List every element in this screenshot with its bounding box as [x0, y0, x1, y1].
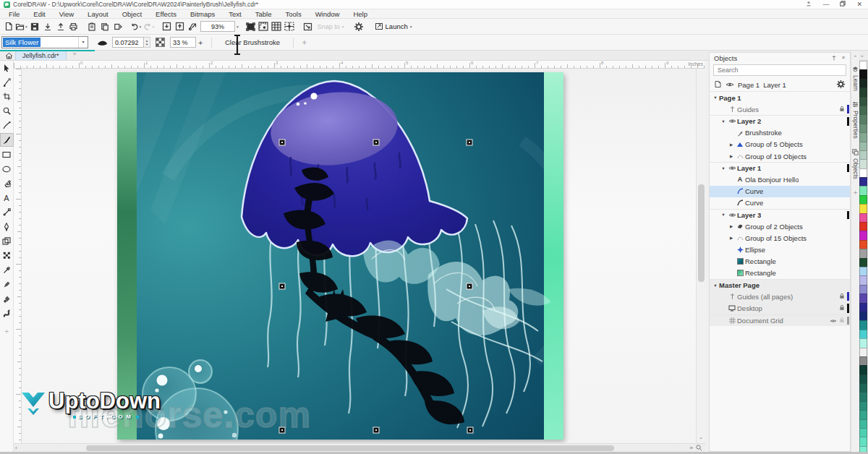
undo-button[interactable]: ▾ — [129, 20, 142, 33]
palette-swatch[interactable] — [859, 240, 867, 249]
palette-swatch[interactable] — [859, 356, 867, 365]
snap-to-dropdown[interactable]: Snap to▾ — [315, 23, 347, 30]
brush-style-caret[interactable]: ▾ — [78, 37, 88, 48]
palette-swatch[interactable] — [859, 114, 867, 123]
palette-swatch[interactable] — [859, 159, 867, 168]
objects-tree-row[interactable]: ▼Layer 1 — [710, 162, 850, 174]
stroke-width-field[interactable]: 0.07292 — [112, 37, 144, 48]
objects-tree-row[interactable]: ▶Group of 15 Objects — [710, 232, 850, 244]
open-button[interactable]: ▾ — [15, 20, 27, 33]
redo-dropdown-caret[interactable]: ▾ — [153, 25, 155, 29]
menu-object[interactable]: Object — [116, 10, 149, 18]
palette-swatch[interactable] — [859, 392, 867, 401]
freehand-tool[interactable] — [1, 119, 13, 132]
docker-pin-icon[interactable] — [831, 55, 837, 61]
objects-tree-row[interactable]: Rectangle — [710, 267, 850, 279]
tree-caret-icon[interactable]: ▼ — [720, 119, 727, 124]
launch-dropdown-caret[interactable]: ▾ — [410, 25, 412, 29]
crop-tool[interactable] — [1, 90, 13, 103]
connector-tool[interactable] — [1, 206, 13, 218]
palette-swatch[interactable] — [859, 124, 867, 132]
palette-swatch[interactable] — [859, 267, 867, 275]
vertical-ruler[interactable] — [14, 69, 22, 443]
zoom-level-combobox[interactable]: 93% — [200, 21, 235, 32]
palette-swatch[interactable] — [859, 79, 867, 87]
tree-caret-icon[interactable]: ▼ — [712, 95, 719, 100]
collapse-dockers-icon[interactable]: » — [854, 53, 856, 58]
palette-swatch[interactable] — [859, 312, 867, 320]
palette-swatch[interactable] — [859, 294, 867, 302]
objects-tree-row[interactable]: ▼Layer 2 — [710, 115, 850, 127]
lock-badge-icon[interactable] — [839, 106, 845, 113]
tab-learn[interactable]: Learn — [852, 61, 859, 96]
palette-swatch[interactable] — [859, 97, 867, 106]
open-dropdown-caret[interactable]: ▾ — [25, 25, 27, 29]
pick-tool[interactable] — [1, 61, 13, 74]
objects-tree-row[interactable]: Curve — [710, 186, 850, 197]
artistic-media-tool[interactable] — [1, 134, 13, 146]
zoom-dropdown-caret[interactable]: ▾ — [237, 25, 239, 29]
polygon-tool[interactable] — [1, 177, 13, 189]
show-rulers-toggle[interactable] — [258, 20, 270, 33]
tree-caret-icon[interactable]: ▼ — [720, 166, 727, 171]
palette-swatch[interactable] — [859, 348, 867, 356]
save-button[interactable] — [28, 20, 41, 33]
palette-swatch[interactable] — [859, 401, 867, 410]
palette-swatch[interactable] — [859, 168, 867, 177]
objects-tree-row[interactable]: ▶Group of 2 Objects — [710, 220, 850, 232]
palette-overflow-icon[interactable]: » — [861, 53, 863, 58]
palette-swatch[interactable] — [859, 69, 867, 78]
search-input[interactable] — [718, 67, 842, 74]
redo-button[interactable]: ▾ — [142, 20, 155, 33]
objects-tree-row[interactable]: ▶Group of 5 Objects — [710, 139, 850, 150]
palette-swatch[interactable] — [859, 195, 867, 204]
transparency-field[interactable]: 33 % — [170, 37, 196, 48]
document-tab[interactable]: Jellyfish.cdr* — [15, 51, 67, 60]
tab-properties[interactable]: Properties — [852, 96, 859, 144]
objects-tree-row[interactable]: Rectangle — [710, 256, 850, 267]
menu-effects[interactable]: Effects — [149, 10, 184, 18]
snap-settings-icon[interactable] — [302, 20, 314, 33]
palette-swatch[interactable] — [859, 275, 867, 284]
pen-tool[interactable] — [1, 220, 13, 233]
vertical-scrollbar[interactable]: ⌄ — [696, 69, 705, 443]
export-button[interactable] — [54, 20, 67, 33]
document-page[interactable] — [117, 72, 563, 440]
menu-help[interactable]: Help — [346, 10, 375, 18]
import-dialog-button[interactable] — [161, 20, 173, 33]
zoom-levels-icon[interactable] — [187, 20, 199, 33]
duplicate-button[interactable] — [111, 20, 124, 33]
menu-bitmaps[interactable]: Bitmaps — [184, 10, 222, 18]
print-button[interactable] — [67, 20, 80, 33]
palette-swatch[interactable] — [859, 419, 867, 428]
import-button[interactable] — [41, 20, 54, 33]
text-tool[interactable]: A — [1, 192, 13, 204]
undo-dropdown-caret[interactable]: ▾ — [140, 25, 142, 29]
lock-badge-icon[interactable] — [839, 317, 845, 325]
objects-tree-row[interactable]: Ellipse — [710, 244, 850, 255]
palette-swatch[interactable] — [859, 383, 867, 392]
smear-tool[interactable] — [1, 307, 13, 320]
palette-swatch[interactable] — [859, 338, 867, 347]
palette-swatch[interactable] — [859, 249, 867, 257]
tab-objects[interactable]: Objects — [852, 144, 859, 184]
palette-swatch[interactable] — [859, 330, 867, 338]
add-property-button[interactable]: ＋ — [300, 37, 308, 48]
palette-swatch[interactable] — [859, 150, 867, 159]
export-dialog-button[interactable] — [174, 20, 186, 33]
menu-file[interactable]: File — [2, 10, 27, 18]
transparency-stepper[interactable]: ＋ — [196, 38, 205, 48]
menu-text[interactable]: Text — [222, 10, 248, 18]
horizontal-scrollbar-thumb[interactable] — [86, 445, 614, 451]
horizontal-scrollbar[interactable]: ‹ » — [14, 443, 705, 452]
add-docker-button[interactable]: ＋ — [852, 188, 859, 197]
objects-tree-row[interactable]: ▶Group of 19 Objects — [710, 150, 850, 162]
palette-swatch[interactable] — [859, 437, 867, 445]
palette-swatch[interactable] — [859, 204, 867, 213]
objects-tree-row[interactable]: ▼Layer 3 — [710, 209, 850, 220]
palette-swatch[interactable] — [859, 303, 867, 312]
customize-toolbox-button[interactable]: ＋ — [3, 326, 10, 336]
palette-swatch[interactable] — [859, 365, 867, 374]
menu-edit[interactable]: Edit — [27, 10, 52, 18]
menu-window[interactable]: Window — [309, 10, 347, 18]
